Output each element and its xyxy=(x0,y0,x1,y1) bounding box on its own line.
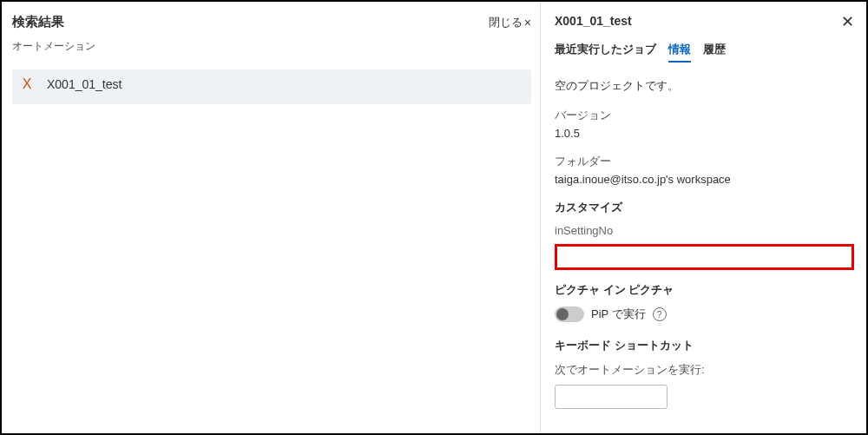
tab-info[interactable]: 情報 xyxy=(668,42,691,63)
right-header: X001_01_test ✕ xyxy=(555,14,854,30)
automation-section-label: オートメーション xyxy=(12,39,531,54)
shortcut-heading: キーボード ショートカット xyxy=(555,338,854,353)
help-icon[interactable]: ? xyxy=(653,307,667,321)
close-search-button[interactable]: 閉じる × xyxy=(489,15,531,30)
setting-label: inSettingNo xyxy=(555,224,854,237)
left-header: 検索結果 閉じる × xyxy=(12,14,531,30)
details-panel: X001_01_test ✕ 最近実行したジョブ 情報 履歴 空のプロジェクトで… xyxy=(541,2,866,433)
shortcut-input[interactable] xyxy=(555,385,667,409)
close-details-button[interactable]: ✕ xyxy=(841,14,854,30)
shortcut-label: 次でオートメーションを実行: xyxy=(555,362,854,378)
search-results-panel: 検索結果 閉じる × オートメーション X X001_01_test xyxy=(2,2,541,433)
close-label: 閉じる xyxy=(489,15,523,30)
folder-value: taiga.inoue@itso.co.jp's workspace xyxy=(555,173,854,186)
result-row[interactable]: X X001_01_test xyxy=(12,69,531,104)
close-icon: × xyxy=(524,16,531,30)
tab-history[interactable]: 履歴 xyxy=(703,42,726,63)
tab-recent-jobs[interactable]: 最近実行したジョブ xyxy=(555,42,656,63)
pip-toggle[interactable] xyxy=(555,306,584,322)
folder-label: フォルダー xyxy=(555,154,854,169)
setting-input-highlight[interactable] xyxy=(555,244,854,270)
details-title: X001_01_test xyxy=(555,14,632,28)
pip-label: PiP で実行 xyxy=(591,306,646,322)
customize-heading: カスタマイズ xyxy=(555,200,854,215)
details-tabs: 最近実行したジョブ 情報 履歴 xyxy=(555,42,854,63)
version-value: 1.0.5 xyxy=(555,127,854,140)
result-name: X001_01_test xyxy=(47,77,122,91)
automation-icon: X xyxy=(19,76,35,92)
search-results-title: 検索結果 xyxy=(12,14,64,30)
toggle-knob xyxy=(556,308,569,320)
pip-toggle-row: PiP で実行 ? xyxy=(555,306,854,322)
project-description: 空のプロジェクトです。 xyxy=(555,78,854,94)
version-label: バージョン xyxy=(555,108,854,123)
pip-heading: ピクチャ イン ピクチャ xyxy=(555,282,854,298)
